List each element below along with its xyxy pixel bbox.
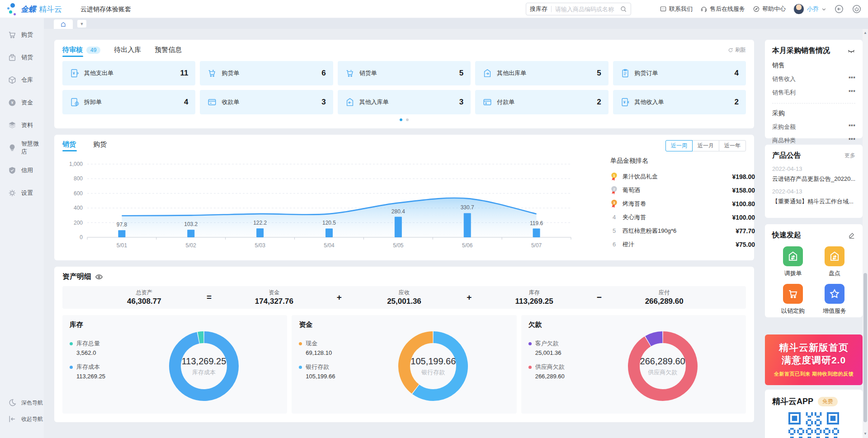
- user-name: 小乔: [807, 5, 819, 13]
- svg-text:¥: ¥: [73, 71, 75, 75]
- svg-text:1,000: 1,000: [69, 161, 83, 167]
- house-arrow-in-icon: [345, 97, 355, 107]
- sidebar-item-purchase[interactable]: 购货: [0, 24, 44, 46]
- legend-item: 银行存款 105,199.66: [299, 363, 335, 380]
- scroll-down-arrow[interactable]: ▼: [863, 431, 868, 437]
- avatar: [793, 4, 804, 14]
- tab-pending-review[interactable]: 待审核 49: [62, 46, 100, 57]
- card-receipt-icon: [207, 97, 217, 107]
- ranking-row[interactable]: 4 夹心海苔 ¥100.00: [610, 212, 755, 223]
- range-month-button[interactable]: 近一月: [692, 140, 719, 151]
- svg-text:800: 800: [74, 175, 83, 182]
- sidebar-item-settings[interactable]: 设置: [0, 182, 44, 204]
- logo-dots-icon: [6, 2, 18, 16]
- announcement-link[interactable]: 【重要通知】精斗云工作台域...: [772, 198, 855, 206]
- collapse-nav-button[interactable]: 收起导航: [0, 411, 44, 427]
- logout-power-button[interactable]: [852, 4, 862, 14]
- sidebar-item-funds[interactable]: ¥ 资金: [0, 91, 44, 114]
- quick-actions-card: 快速发起 调拨单 盘点: [765, 224, 863, 317]
- tab-purchase-trend[interactable]: 购货: [93, 140, 107, 151]
- ranking-row[interactable]: 5 西红柿意粉酱190g*6 ¥77.70: [610, 225, 755, 236]
- svg-text:¥: ¥: [623, 100, 625, 104]
- gear-icon: [8, 188, 17, 198]
- assets-title: 资产明细: [62, 272, 91, 282]
- refresh-button[interactable]: 刷新: [728, 46, 746, 54]
- ranking-row[interactable]: 2 葡萄酒 ¥158.00: [610, 184, 755, 196]
- cart-plus-icon: [207, 68, 217, 78]
- sales-trend-chart: 02004006008001,00097.85/01103.25/02122.2…: [62, 155, 596, 255]
- legend-item: 现金 69,128.10: [299, 339, 335, 356]
- cart-icon: [787, 288, 799, 300]
- dark-nav-toggle[interactable]: 深色导航: [0, 395, 44, 411]
- svg-text:3: 3: [613, 201, 615, 205]
- banner-subtitle: 全新首页已到来 期待收到您的反馈: [765, 371, 863, 377]
- tab-pending-inout[interactable]: 待出入库: [114, 46, 141, 54]
- todo-card-receipt[interactable]: 收款单 3: [200, 90, 333, 114]
- todo-card-purchase-po[interactable]: 购货订单 4: [613, 61, 746, 85]
- inventory-search[interactable]: 搜库存: [526, 3, 631, 15]
- home-tab[interactable]: [54, 19, 73, 29]
- todo-card-other-expense[interactable]: ¥ 其他支出单 11: [62, 61, 195, 85]
- todo-card-other-outbound[interactable]: 其他出库单 5: [475, 61, 608, 85]
- quick-action-transfer[interactable]: 调拨单: [783, 246, 803, 278]
- sidebar-item-sales[interactable]: 销货: [0, 46, 44, 69]
- page-scrollbar: ▲ ▼: [863, 29, 868, 438]
- sidebar-item-warehouse[interactable]: 仓库: [0, 69, 44, 91]
- app-qr-code: [788, 412, 839, 438]
- search-icon[interactable]: [620, 5, 627, 13]
- back-button[interactable]: [834, 4, 844, 14]
- range-year-button[interactable]: 近一年: [719, 140, 746, 151]
- ranking-row[interactable]: 6 橙汁 ¥75.00: [610, 239, 755, 250]
- search-category-selector[interactable]: 搜库存: [530, 5, 547, 13]
- after-sales-service-link[interactable]: 售后在线服务: [700, 5, 745, 13]
- todo-card-payment[interactable]: ¥ 付款单 2: [475, 90, 608, 114]
- layers-icon: [8, 121, 17, 130]
- todo-card-purchase-order[interactable]: 购货单 6: [200, 61, 333, 85]
- tab-warning-info[interactable]: 预警信息: [155, 46, 182, 54]
- quick-action-stocktake[interactable]: 盘点: [825, 246, 844, 278]
- svg-text:122.2: 122.2: [253, 220, 267, 226]
- headset-icon: [700, 5, 708, 13]
- help-center-link[interactable]: 帮助中心: [753, 5, 786, 13]
- carousel-dot[interactable]: [400, 118, 402, 121]
- legend-item: 客户欠款 25,001.36: [528, 339, 565, 356]
- todo-card-other-income[interactable]: ¥ 其他收入单 2: [613, 90, 746, 114]
- cart-minus-icon: [345, 68, 355, 78]
- sidebar-item-data[interactable]: 资料: [0, 114, 44, 137]
- todo-card-disassembly[interactable]: 拆卸单 4: [62, 90, 195, 114]
- announcements-card: 产品公告 更多 2022-04-13 云进销存产品更新公告_20220... 2…: [765, 145, 863, 218]
- svg-text:280.4: 280.4: [392, 208, 405, 215]
- todo-card-other-inbound[interactable]: 其他入库单 3: [338, 90, 471, 114]
- scroll-up-arrow[interactable]: ▲: [863, 30, 868, 36]
- shield-check-icon: [8, 166, 17, 175]
- range-week-button[interactable]: 近一周: [665, 140, 693, 151]
- edit-pencil-icon[interactable]: [848, 232, 855, 239]
- sidebar-item-smart-store[interactable]: 智慧微店: [0, 137, 44, 159]
- announcement-link[interactable]: 云进销存产品更新公告_20220...: [772, 175, 855, 183]
- scrollbar-thumb[interactable]: [863, 273, 867, 422]
- quick-action-value-added[interactable]: 增值服务: [823, 284, 846, 315]
- assets-formula: 总资产46,308.77 = 资金174,327.76 + 应收25,001.3…: [62, 286, 746, 309]
- todo-card: 待审核 49 待出入库 预警信息 刷新 ¥ 其他支出单 11 购货: [54, 40, 754, 128]
- ranking-row[interactable]: 1 果汁饮品礼盒 ¥198.00: [610, 171, 755, 182]
- sidebar-item-credit[interactable]: 信用: [0, 159, 44, 182]
- survey-banner[interactable]: 精斗云新版首页 满意度调研2.0 全新首页已到来 期待收到您的反馈: [765, 334, 863, 385]
- stat-payable: 应付266,289.60: [609, 289, 719, 306]
- tab-list-dropdown[interactable]: ▼: [77, 20, 86, 28]
- svg-text:400: 400: [74, 205, 83, 211]
- brand-logo[interactable]: 金蝶 精斗云: [6, 0, 62, 18]
- eye-closed-icon[interactable]: [847, 47, 855, 55]
- cash-register-icon: [8, 53, 17, 62]
- user-menu[interactable]: 小乔: [793, 4, 826, 14]
- house-arrow-out-icon: [482, 68, 492, 78]
- main-sidebar: 购货 销货 仓库 ¥ 资金 资料 智慧微店: [0, 18, 44, 438]
- todo-card-sales-order[interactable]: 销货单 5: [338, 61, 471, 85]
- eye-icon[interactable]: [95, 273, 103, 281]
- tab-sales-trend[interactable]: 销货: [62, 140, 76, 151]
- search-input[interactable]: [555, 6, 620, 13]
- contact-us-link[interactable]: 联系我们: [660, 5, 693, 13]
- quick-action-sell-to-buy[interactable]: 以销定购: [781, 284, 805, 315]
- ranking-row[interactable]: 3 烤海苔卷 ¥100.80: [610, 198, 755, 209]
- more-link[interactable]: 更多: [844, 152, 855, 160]
- carousel-dot[interactable]: [406, 118, 409, 121]
